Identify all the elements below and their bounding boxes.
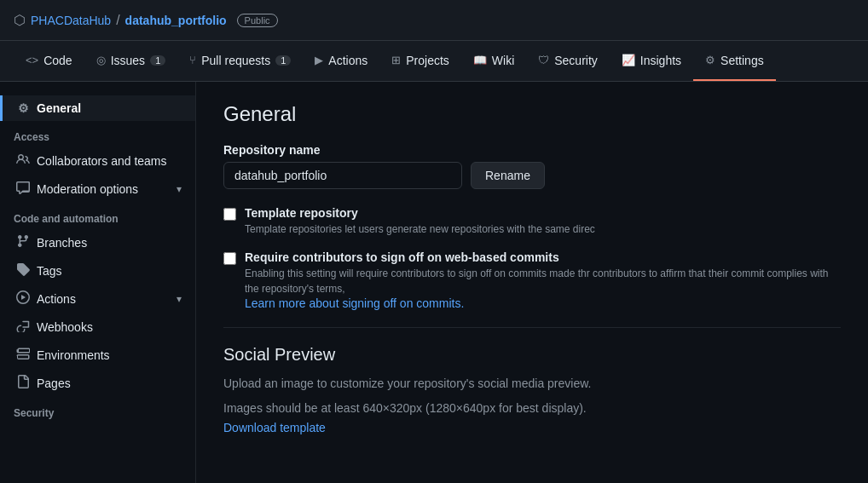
tab-wiki-label: Wiki <box>492 54 514 67</box>
sidebar-section-code: Code and automation <box>0 203 195 228</box>
collaborators-icon <box>16 152 30 169</box>
tab-projects-label: Projects <box>406 54 449 67</box>
projects-icon: ⊞ <box>391 54 401 66</box>
sidebar-item-tags-label: Tags <box>37 264 182 278</box>
tab-insights[interactable]: 📈 Insights <box>610 41 693 81</box>
sign-off-content: Require contributors to sign off on web-… <box>245 250 841 310</box>
tab-pull-requests[interactable]: ⑂ Pull requests 1 <box>177 41 303 81</box>
settings-icon: ⚙ <box>705 54 715 66</box>
repo-separator: / <box>116 13 119 28</box>
sidebar-item-collaborators-label: Collaborators and teams <box>37 154 182 168</box>
tab-projects[interactable]: ⊞ Projects <box>379 41 461 81</box>
tab-code-label: Code <box>43 54 72 67</box>
template-repo-checkbox[interactable] <box>223 208 236 221</box>
repo-owner-link[interactable]: PHACDataHub <box>31 14 111 27</box>
sidebar: ⚙ General Access Collaborators and teams… <box>0 82 196 483</box>
template-repo-desc: Template repositories let users generate… <box>245 221 595 237</box>
repo-visibility-badge: Public <box>237 14 278 27</box>
tab-code[interactable]: <> Code <box>14 41 84 81</box>
tab-security[interactable]: 🛡 Security <box>526 41 610 81</box>
repo-name-input[interactable] <box>223 162 462 189</box>
pages-icon <box>16 375 30 391</box>
actions-chevron-icon: ▾ <box>176 293 182 305</box>
pull-requests-badge: 1 <box>275 55 291 66</box>
security-icon: 🛡 <box>538 54 549 66</box>
social-preview-desc: Upload an image to customize your reposi… <box>223 375 841 393</box>
tab-pull-requests-label: Pull requests <box>201 54 270 67</box>
sidebar-item-moderation-label: Moderation options <box>37 182 170 196</box>
sidebar-item-general[interactable]: ⚙ General <box>0 95 195 121</box>
social-preview-title: Social Preview <box>223 345 841 365</box>
social-preview-size: Images should be at least 640×320px (128… <box>223 400 841 417</box>
tab-issues[interactable]: ◎ Issues 1 <box>84 41 178 81</box>
top-header: ⬡ PHACDataHub / datahub_portfolio Public <box>0 0 868 41</box>
template-repo-label: Template repository <box>245 206 595 220</box>
repo-name-link[interactable]: datahub_portfolio <box>125 14 227 27</box>
moderation-icon <box>16 181 30 197</box>
branches-icon <box>16 234 30 250</box>
sign-off-group: Require contributors to sign off on web-… <box>223 250 841 310</box>
sign-off-checkbox[interactable] <box>223 252 236 265</box>
repo-path: ⬡ PHACDataHub / datahub_portfolio Public <box>14 12 278 28</box>
sidebar-item-general-label: General <box>37 101 182 115</box>
page-title: General <box>223 102 841 126</box>
sidebar-item-webhooks-label: Webhooks <box>37 320 182 334</box>
sidebar-item-tags[interactable]: Tags <box>0 256 195 285</box>
sign-off-desc-text: Enabling this setting will require contr… <box>245 267 829 295</box>
tab-actions[interactable]: ▶ Actions <box>303 41 379 81</box>
actions-sidebar-icon <box>16 290 30 307</box>
code-icon: <> <box>26 54 38 66</box>
content-area: General Repository name Rename Template … <box>196 82 868 483</box>
sign-off-desc: Enabling this setting will require contr… <box>245 266 841 296</box>
repo-icon: ⬡ <box>14 12 26 28</box>
tab-security-label: Security <box>554 54 598 67</box>
actions-icon: ▶ <box>315 54 323 66</box>
tab-wiki[interactable]: 📖 Wiki <box>461 41 526 81</box>
download-template-link[interactable]: Download template <box>223 421 326 434</box>
repo-name-label: Repository name <box>223 143 841 157</box>
sign-off-link[interactable]: Learn more about signing off on commits. <box>245 296 464 310</box>
issues-badge: 1 <box>150 55 165 66</box>
sidebar-section-access: Access <box>0 121 195 147</box>
sidebar-item-moderation[interactable]: Moderation options ▾ <box>0 175 195 203</box>
repo-name-row: Rename <box>223 162 841 189</box>
template-repo-group: Template repository Template repositorie… <box>223 206 841 237</box>
rename-button[interactable]: Rename <box>471 162 545 189</box>
sidebar-item-actions-label: Actions <box>37 292 170 306</box>
section-divider <box>223 327 841 328</box>
tags-icon <box>16 262 30 279</box>
sign-off-label: Require contributors to sign off on web-… <box>245 250 841 264</box>
wiki-icon: 📖 <box>473 54 487 66</box>
tab-actions-label: Actions <box>328 54 367 67</box>
moderation-chevron-icon: ▾ <box>176 183 182 195</box>
sidebar-item-pages[interactable]: Pages <box>0 369 195 397</box>
tab-settings[interactable]: ⚙ Settings <box>693 41 776 81</box>
repo-name-group: Repository name Rename <box>223 143 841 189</box>
sidebar-item-branches-label: Branches <box>37 236 182 250</box>
tab-issues-label: Issues <box>111 54 145 67</box>
main-layout: ⚙ General Access Collaborators and teams… <box>0 82 868 483</box>
tab-insights-label: Insights <box>640 54 681 67</box>
tab-settings-label: Settings <box>720 54 764 67</box>
sidebar-item-actions[interactable]: Actions ▾ <box>0 285 195 313</box>
sidebar-item-pages-label: Pages <box>37 377 182 390</box>
gear-icon: ⚙ <box>16 101 30 115</box>
environments-icon <box>16 347 30 363</box>
issues-icon: ◎ <box>96 54 106 66</box>
sidebar-item-webhooks[interactable]: Webhooks <box>0 313 195 341</box>
webhooks-icon <box>16 319 30 335</box>
sidebar-item-branches[interactable]: Branches <box>0 228 195 256</box>
template-repo-content: Template repository Template repositorie… <box>245 206 595 237</box>
sidebar-section-security: Security <box>0 397 195 423</box>
nav-tabs: <> Code ◎ Issues 1 ⑂ Pull requests 1 ▶ A… <box>0 41 868 82</box>
sidebar-item-collaborators[interactable]: Collaborators and teams <box>0 147 195 175</box>
pull-requests-icon: ⑂ <box>189 54 196 66</box>
insights-icon: 📈 <box>622 54 635 66</box>
sidebar-item-environments-label: Environments <box>37 348 182 362</box>
sidebar-item-environments[interactable]: Environments <box>0 341 195 369</box>
